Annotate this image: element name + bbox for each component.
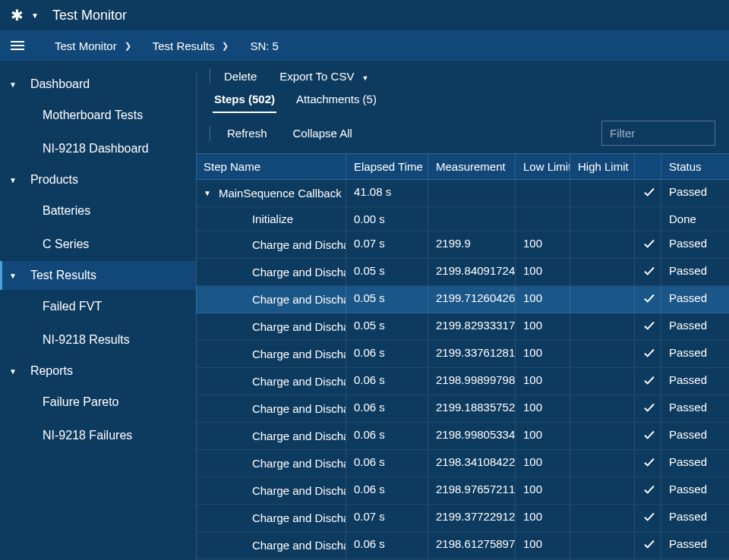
filter-input[interactable]: [601, 121, 715, 146]
table-row[interactable]: ▼Charge and Discharge0.07 s2199.9100Pass…: [196, 231, 729, 259]
table-row[interactable]: ▼MainSequence Callback41.08 sPassed: [196, 180, 729, 207]
measurement: 2199.829333171: [428, 313, 516, 340]
sidebar-group-label: Reports: [30, 364, 73, 378]
col-high-limit[interactable]: High Limit: [570, 154, 635, 179]
step-name: Charge and Discharge: [252, 348, 346, 360]
elapsed-time: 0.06 s: [346, 423, 428, 449]
export-csv-button[interactable]: Export To CSV: [279, 70, 368, 83]
chevron-right-icon: ❯: [222, 41, 229, 51]
step-name: Charge and Discharge: [252, 539, 346, 552]
table-row[interactable]: ▼Charge and Discharge0.05 s2199.71260426…: [196, 286, 729, 313]
sidebar-item-failed-fvt[interactable]: Failed FVT: [0, 290, 196, 323]
elapsed-time: 0.07 s: [346, 505, 428, 531]
check-icon: [635, 450, 661, 477]
step-name: MainSequence Callback: [219, 187, 342, 200]
table-row[interactable]: ▼Charge and Discharge0.05 s2199.84091724…: [196, 259, 729, 286]
elapsed-time: 0.06 s: [346, 341, 428, 367]
content-pane: Delete Export To CSV Steps (502) Attachm…: [196, 61, 729, 560]
measurement: 2199.377229124: [428, 505, 516, 531]
delete-button[interactable]: Delete: [224, 70, 257, 83]
low-limit: 100: [516, 368, 570, 395]
high-limit: [570, 505, 635, 531]
sidebar-item-failure-pareto[interactable]: Failure Pareto: [0, 385, 196, 419]
high-limit: [570, 532, 635, 558]
sidebar-item-ni-9218-results[interactable]: NI-9218 Results: [0, 323, 196, 357]
table-row[interactable]: ▼Charge and Discharge0.06 s2199.33761281…: [196, 341, 729, 368]
refresh-button[interactable]: Refresh: [227, 127, 267, 140]
table-row[interactable]: ▼Charge and Discharge0.06 s2198.99805334…: [196, 423, 729, 450]
table-row[interactable]: ▼Charge and Discharge0.06 s2198.61275897…: [196, 532, 729, 559]
sidebar-item-batteries[interactable]: Batteries: [0, 194, 196, 228]
table-body: ▼MainSequence Callback41.08 sPassed▼Init…: [196, 180, 729, 560]
elapsed-time: 0.06 s: [346, 532, 428, 558]
table-row[interactable]: ▼Charge and Discharge0.06 s2198.99899798…: [196, 368, 729, 395]
caret-down-icon: ▼: [9, 272, 17, 280]
low-limit: [516, 207, 570, 231]
breadcrumb-item[interactable]: Test Results: [153, 39, 215, 52]
status: Passed: [661, 395, 729, 422]
col-low-limit[interactable]: Low Limit: [516, 154, 570, 179]
sidebar-item-c-series[interactable]: C Series: [0, 228, 196, 261]
elapsed-time: 0.05 s: [346, 286, 428, 313]
high-limit: [570, 450, 635, 477]
check-icon: [635, 368, 661, 395]
step-name: Charge and Discharge: [252, 457, 346, 470]
check-icon: [635, 180, 661, 206]
sidebar-group-products[interactable]: ▼Products: [0, 165, 196, 194]
check-icon: [635, 423, 661, 449]
table-row[interactable]: ▼Charge and Discharge0.06 s2198.34108422…: [196, 450, 729, 477]
sidebar-group-test-results[interactable]: ▼Test Results: [0, 261, 196, 290]
sidebar-group-label: Dashboard: [30, 77, 90, 91]
check-icon: [635, 286, 661, 313]
low-limit: 100: [516, 450, 570, 477]
sidebar-item-ni-9218-failures[interactable]: NI-9218 Failures: [0, 419, 196, 452]
sidebar-item-motherboard-tests[interactable]: Motherboard Tests: [0, 99, 196, 132]
app-logo-icon: ✱: [11, 6, 24, 24]
measurement: 2198.998997987: [428, 368, 516, 395]
step-name: Charge and Discharge: [252, 429, 346, 442]
table-row[interactable]: ▼Charge and Discharge0.06 s2198.97657211…: [196, 477, 729, 505]
col-step-name[interactable]: Step Name: [196, 154, 346, 179]
breadcrumb-item[interactable]: SN: 5: [250, 39, 279, 52]
status: Done: [661, 207, 729, 231]
tab-attachments[interactable]: Attachments (5): [295, 88, 378, 113]
col-elapsed-time[interactable]: Elapsed Time: [346, 154, 428, 179]
high-limit: [570, 313, 635, 340]
app-menu-caret-icon[interactable]: ▼: [31, 11, 39, 20]
caret-down-icon: ▼: [9, 367, 17, 376]
low-limit: 100: [516, 423, 570, 449]
measurement: 2198.341084222: [428, 450, 516, 477]
status: Passed: [661, 505, 729, 531]
status: Passed: [661, 259, 729, 285]
status: Passed: [661, 341, 729, 367]
sidebar-item-ni-9218-dashboard[interactable]: NI-9218 Dashboard: [0, 132, 196, 165]
step-name: Charge and Discharge: [252, 320, 346, 333]
sidebar-group-dashboard[interactable]: ▼Dashboard: [0, 70, 196, 99]
table-header: Step Name Elapsed Time Measurement Low L…: [196, 153, 729, 180]
measurement: 2198.976572115: [428, 477, 516, 504]
elapsed-time: 0.06 s: [346, 477, 428, 504]
navbar: Test Monitor ❯ Test Results ❯ SN: 5: [0, 30, 729, 61]
low-limit: 100: [516, 231, 570, 258]
caret-down-icon[interactable]: ▼: [204, 189, 211, 197]
low-limit: [516, 180, 570, 206]
col-measurement[interactable]: Measurement: [428, 154, 516, 179]
elapsed-time: 0.07 s: [346, 231, 428, 258]
elapsed-time: 0.06 s: [346, 395, 428, 422]
col-status[interactable]: Status: [661, 154, 729, 179]
table-row[interactable]: ▼Initialize0.00 sDone: [196, 207, 729, 231]
elapsed-time: 0.06 s: [346, 450, 428, 477]
breadcrumb-item[interactable]: Test Monitor: [55, 39, 117, 52]
high-limit: [570, 395, 635, 422]
table-row[interactable]: ▼Charge and Discharge0.07 s2199.37722912…: [196, 505, 729, 532]
status: Passed: [661, 286, 729, 313]
sidebar-group-reports[interactable]: ▼Reports: [0, 357, 196, 385]
collapse-all-button[interactable]: Collapse All: [293, 127, 352, 140]
table-row[interactable]: ▼Charge and Discharge0.05 s2199.82933317…: [196, 313, 729, 341]
check-icon: [635, 477, 661, 504]
step-name: Charge and Discharge: [252, 402, 346, 415]
tab-steps[interactable]: Steps (502): [213, 88, 276, 113]
step-name: Initialize: [252, 212, 293, 225]
hamburger-menu-icon[interactable]: [11, 41, 24, 50]
table-row[interactable]: ▼Charge and Discharge0.06 s2199.18835752…: [196, 395, 729, 423]
